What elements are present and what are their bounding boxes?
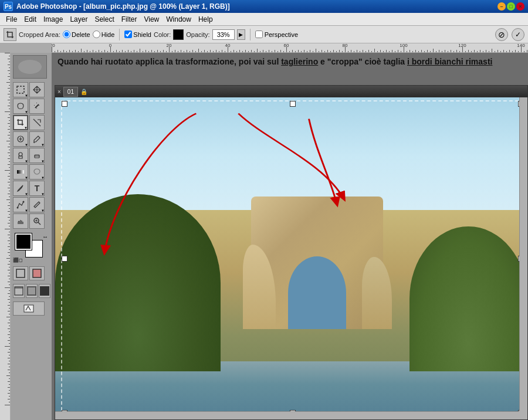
switch-colors-button[interactable]: ↔: [42, 233, 48, 240]
hand-tool[interactable]: [13, 214, 28, 229]
vertical-scrollbar[interactable]: [519, 97, 527, 411]
instruction-part2: e "croppa" cioè taglia: [318, 57, 407, 66]
tool-row-3: ▼: [13, 115, 49, 130]
tool-row-2: ▼: [13, 99, 49, 114]
screen-mode-buttons: [13, 284, 49, 298]
instruction-part1: Quando hai ruotato applica la trasformaz…: [57, 57, 281, 66]
path-tool[interactable]: ▼: [13, 197, 28, 212]
full-screen-menu-button[interactable]: [26, 284, 38, 298]
minimize-button[interactable]: –: [497, 2, 506, 11]
foreground-color[interactable]: [15, 233, 32, 250]
svg-rect-18: [24, 305, 33, 312]
crop-tool-icon[interactable]: [4, 28, 16, 41]
horizontal-ruler: -20020406080100120140160: [52, 43, 528, 53]
tool-row-7: ▼ T ▼: [13, 181, 49, 196]
perspective-checkbox[interactable]: [255, 31, 263, 38]
tool-row-5: ▼ ▼: [13, 148, 49, 163]
canvas-area: Quando hai ruotato applica la trasformaz…: [52, 53, 528, 420]
quick-mask-button[interactable]: [29, 266, 45, 280]
shield-checkbox[interactable]: [124, 31, 132, 38]
stamp-tool[interactable]: ▼: [13, 148, 28, 163]
svg-rect-3: [17, 86, 24, 93]
gradient-tool[interactable]: ▼: [13, 164, 28, 179]
confirm-button[interactable]: ✓: [512, 28, 524, 41]
tool-row-6: ▼ ▼: [13, 164, 49, 179]
standard-mode-button[interactable]: [13, 266, 28, 280]
move-tool[interactable]: [29, 82, 45, 97]
eyedropper-tool[interactable]: ▼: [29, 197, 45, 212]
blur-tool[interactable]: ▼: [29, 164, 45, 179]
slice-tool[interactable]: [29, 115, 45, 130]
maximize-button[interactable]: □: [507, 2, 515, 11]
shield-label: Shield: [133, 31, 151, 38]
perspective-checkbox-group[interactable]: Perspective: [255, 31, 298, 38]
canvas-tab[interactable]: 01: [63, 87, 78, 97]
svg-rect-16: [28, 287, 35, 294]
crop-tool[interactable]: ▼: [13, 115, 28, 130]
jump-to-ir: [13, 302, 49, 316]
svg-rect-17: [40, 286, 49, 296]
color-swatch[interactable]: [173, 29, 184, 40]
svg-rect-11: [16, 269, 25, 277]
ps-app-icon: Ps: [4, 2, 13, 11]
menu-view[interactable]: View: [140, 14, 163, 25]
menu-help[interactable]: Help: [195, 14, 216, 25]
svg-rect-14: [15, 287, 23, 289]
svg-point-5: [19, 153, 22, 156]
delete-radio[interactable]: [63, 31, 70, 38]
color-label: Color:: [154, 31, 171, 38]
ruler-h-marks: -20020406080100120140160: [52, 43, 528, 53]
text-tool[interactable]: T ▼: [29, 181, 45, 196]
cancel-button[interactable]: ⊘: [495, 28, 508, 41]
close-button[interactable]: ×: [516, 2, 524, 11]
hide-radio-group[interactable]: Hide: [93, 31, 115, 38]
photo-trees-right: [409, 226, 527, 371]
canvas-window: × 01 🔒: [55, 85, 528, 420]
menubar: File Edit Image Layer Select Filter View…: [0, 13, 528, 26]
main-area: ▼ ▼: [0, 53, 528, 420]
pen-tool[interactable]: ▼: [13, 181, 28, 196]
instruction-taglierino: taglierino: [281, 57, 318, 66]
svg-rect-12: [33, 269, 41, 277]
zoom-tool[interactable]: [29, 214, 45, 229]
options-bar: Cropped Area: Delete Hide Shield Color: …: [0, 26, 528, 43]
titlebar: Ps Adobe Photoshop - [album_pic.php.jpg …: [0, 0, 528, 13]
lasso-tool[interactable]: ▼: [13, 99, 28, 114]
menu-select[interactable]: Select: [91, 14, 117, 25]
svg-point-1: [18, 60, 42, 74]
scrollbar-corner: [519, 411, 527, 419]
jump-to-ir-button[interactable]: [13, 302, 45, 316]
shield-checkbox-group[interactable]: Shield: [124, 31, 151, 38]
menu-layer[interactable]: Layer: [66, 14, 91, 25]
canvas-close-btn[interactable]: ×: [57, 89, 61, 95]
photo-trees-left: [55, 194, 221, 371]
delete-radio-group[interactable]: Delete: [63, 31, 90, 38]
standard-screen-button[interactable]: [13, 284, 25, 298]
healing-tool[interactable]: ▼: [13, 131, 28, 147]
color-section: ↔ ⬛◻: [13, 233, 49, 263]
reset-colors-button[interactable]: ⬛◻: [13, 258, 23, 263]
right-tools: ⊘ ✓: [495, 28, 524, 41]
brush-tool[interactable]: ▼: [29, 131, 45, 147]
perspective-label: Perspective: [265, 31, 298, 38]
opacity-arrow[interactable]: ▶: [237, 29, 245, 40]
menu-filter[interactable]: Filter: [118, 14, 141, 25]
opacity-label: Opacity:: [186, 31, 209, 38]
canvas-image-area: [55, 97, 527, 419]
horizontal-scrollbar[interactable]: [55, 411, 519, 419]
mode-buttons: [13, 266, 49, 280]
menu-image[interactable]: Image: [40, 14, 66, 25]
svg-point-9: [23, 201, 25, 203]
menu-edit[interactable]: Edit: [21, 14, 40, 25]
menu-file[interactable]: File: [2, 14, 21, 25]
vertical-ruler: [0, 53, 11, 420]
eraser-tool[interactable]: ▼: [29, 148, 45, 163]
svg-rect-7: [17, 170, 24, 174]
tool-row-4: ▼ ▼: [13, 131, 49, 147]
opacity-value[interactable]: 33%: [212, 29, 235, 40]
magic-wand-tool[interactable]: [29, 99, 45, 114]
hide-radio[interactable]: [93, 31, 100, 38]
marquee-tool[interactable]: ▼: [13, 82, 28, 97]
full-screen-button[interactable]: [39, 284, 50, 298]
menu-window[interactable]: Window: [163, 14, 195, 25]
